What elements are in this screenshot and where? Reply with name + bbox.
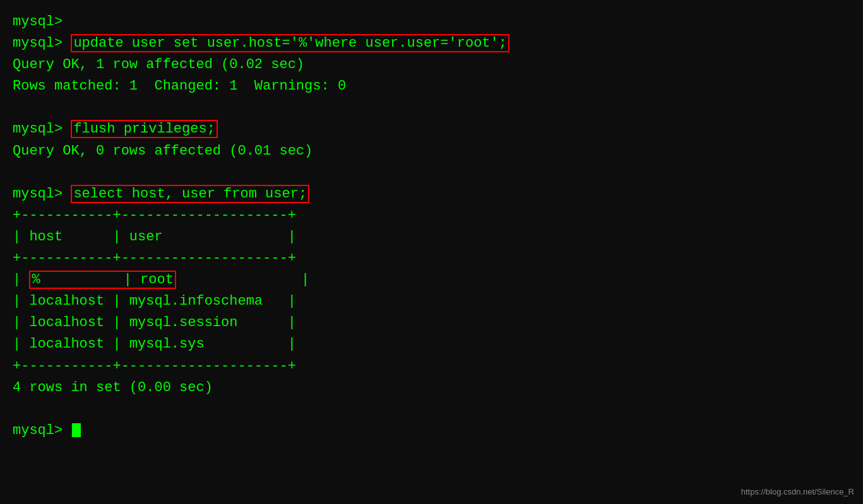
prompt-6: mysql> bbox=[13, 121, 71, 137]
prompt-final: mysql> bbox=[13, 423, 71, 438]
line-3: Query OK, 1 row affected (0.02 sec) bbox=[13, 54, 850, 76]
line-6: mysql> flush privileges; bbox=[13, 119, 850, 140]
table-header: | host | user | bbox=[13, 226, 850, 248]
line-2: mysql> update user set user.host='%'wher… bbox=[13, 33, 850, 54]
query-result-1: Query OK, 1 row affected (0.02 sec) bbox=[13, 57, 304, 73]
prompt-1: mysql> bbox=[13, 14, 71, 30]
prompt-2: mysql> bbox=[13, 35, 71, 51]
cmd-flush: flush privileges; bbox=[71, 120, 217, 138]
rows-matched: Rows matched: 1 Changed: 1 Warnings: 0 bbox=[13, 78, 346, 94]
spacer-3 bbox=[13, 399, 850, 420]
line-9: mysql> select host, user from user; bbox=[13, 184, 850, 205]
cmd-select: select host, user from user; bbox=[71, 185, 309, 203]
table-row-sys: | localhost | mysql.sys | bbox=[13, 334, 850, 355]
cmd-update: update user set user.host='%'where user.… bbox=[71, 34, 509, 52]
query-result-2: Query OK, 0 rows affected (0.01 sec) bbox=[13, 143, 312, 159]
table-row-infoschema: | localhost | mysql.infoschema | bbox=[13, 291, 850, 312]
line-final: mysql> bbox=[13, 420, 850, 442]
table-border-top: +-----------+--------------------+ bbox=[13, 205, 850, 226]
line-4: Rows matched: 1 Changed: 1 Warnings: 0 bbox=[13, 76, 850, 97]
table-row-percent: | % | root | bbox=[13, 269, 850, 291]
table-header-border: +-----------+--------------------+ bbox=[13, 248, 850, 269]
spacer-2 bbox=[13, 162, 850, 184]
terminal-container: mysql> mysql> update user set user.host=… bbox=[13, 11, 850, 442]
prompt-9: mysql> bbox=[13, 186, 71, 202]
rows-count: 4 rows in set (0.00 sec) bbox=[13, 377, 850, 399]
spacer-1 bbox=[13, 97, 850, 119]
watermark: https://blog.csdn.net/Silence_R bbox=[741, 487, 854, 496]
table-row-session: | localhost | mysql.session | bbox=[13, 312, 850, 334]
table-border-bottom: +-----------+--------------------+ bbox=[13, 356, 850, 377]
highlighted-percent-root: % | root bbox=[29, 271, 176, 289]
terminal-cursor bbox=[72, 423, 81, 437]
line-1: mysql> bbox=[13, 11, 850, 33]
line-7: Query OK, 0 rows affected (0.01 sec) bbox=[13, 141, 850, 162]
